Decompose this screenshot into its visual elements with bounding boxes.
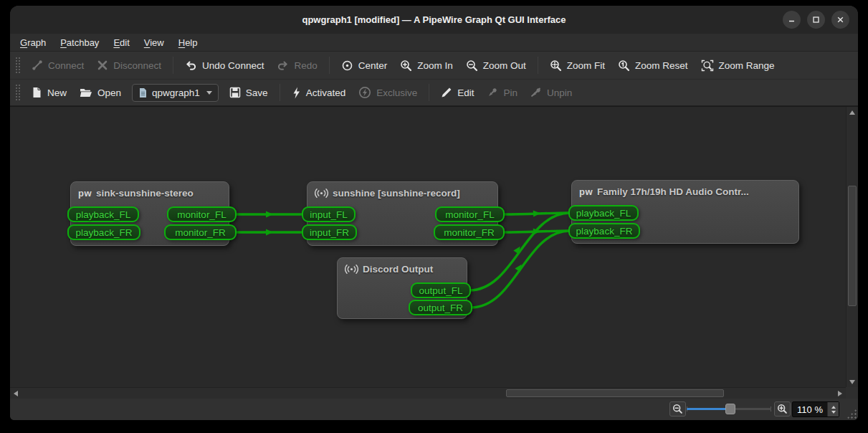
zoom-fit-button[interactable]: Zoom Fit [543, 55, 611, 75]
center-button[interactable]: Center [335, 55, 394, 75]
menu-edit[interactable]: Edit [106, 35, 136, 50]
menu-view[interactable]: View [137, 35, 171, 50]
connect-button[interactable]: Connect [25, 55, 90, 75]
new-file-icon [32, 87, 42, 98]
slider-handle[interactable] [725, 404, 735, 414]
connect-icon [32, 60, 43, 71]
vertical-scroll-thumb[interactable] [848, 186, 857, 306]
port-playback-fl[interactable]: playback_FL [568, 205, 639, 221]
menu-patchbay[interactable]: Patchbay [53, 35, 106, 50]
zoom-out-button[interactable]: Zoom Out [459, 55, 533, 75]
open-button[interactable]: Open [73, 82, 128, 103]
zoom-out-icon [672, 404, 683, 414]
scroll-down-button[interactable] [846, 376, 858, 388]
toolbar-separator [538, 57, 538, 74]
chevron-down-icon [206, 91, 212, 95]
redo-button[interactable]: Redo [270, 55, 323, 75]
pin-icon [487, 87, 498, 98]
zoom-range-button[interactable]: Zoom Range [695, 55, 781, 75]
maximize-button[interactable] [807, 11, 825, 29]
exclusive-button[interactable]: Exclusive [352, 82, 424, 103]
window-title: qpwgraph1 [modified] — A PipeWire Graph … [302, 14, 566, 25]
zoom-in-icon [777, 404, 788, 414]
vertical-scrollbar[interactable] [846, 107, 858, 388]
zoom-percent-spinbox[interactable]: 110 % [792, 401, 839, 417]
horizontal-scroll-thumb[interactable] [506, 389, 724, 397]
center-icon [341, 60, 353, 72]
unpin-button[interactable]: Unpin [524, 82, 578, 103]
scroll-up-button[interactable] [846, 107, 858, 118]
toolbar-separator [280, 84, 280, 101]
status-zoom-in-button[interactable] [774, 401, 791, 417]
pencil-icon [441, 87, 452, 98]
port-monitor-fl[interactable]: monitor_FL [167, 206, 237, 222]
scroll-left-button[interactable] [10, 388, 22, 399]
toolbar-drag-handle[interactable] [15, 57, 21, 74]
wires-layer [10, 107, 846, 388]
activated-bolt-icon [292, 87, 301, 99]
status-zoom-out-button[interactable] [669, 401, 686, 417]
file-toolbar: New Open qpwgraph1 Save Activated Exclus… [10, 80, 858, 106]
port-output-fl[interactable]: output_FL [411, 282, 471, 298]
activated-button[interactable]: Activated [285, 82, 353, 103]
port-playback-fr[interactable]: playback_FR [568, 223, 640, 239]
save-icon [229, 87, 241, 98]
main-toolbar: Connect Disconnect Undo Connect Redo Cen… [10, 52, 858, 80]
session-dropdown[interactable]: qpwgraph1 [132, 84, 219, 102]
disconnect-button[interactable]: Disconnect [90, 55, 168, 75]
spin-up-button[interactable] [831, 406, 836, 409]
graph-canvas-area: pw sink-sunshine-stereo sunshine [sunshi… [10, 106, 858, 399]
arrow-left-icon [14, 391, 18, 396]
port-playback-fr[interactable]: playback_FR [67, 224, 140, 240]
undo-icon [185, 60, 197, 71]
new-button[interactable]: New [25, 82, 73, 103]
horizontal-scrollbar[interactable] [10, 387, 846, 399]
maximize-icon [812, 16, 820, 24]
status-bar: 110 % [10, 399, 858, 420]
menu-graph[interactable]: Graph [13, 35, 53, 50]
zoom-reset-button[interactable]: Zoom Reset [611, 55, 695, 75]
toolbar-separator [429, 84, 429, 101]
resize-grip[interactable] [846, 409, 857, 419]
open-folder-icon [80, 87, 92, 98]
toolbar-separator [173, 57, 173, 74]
zoom-out-icon [466, 60, 478, 72]
menu-help[interactable]: Help [171, 35, 205, 50]
title-bar[interactable]: qpwgraph1 [modified] — A PipeWire Graph … [10, 6, 858, 34]
toolbar-drag-handle[interactable] [15, 84, 21, 101]
port-monitor-fr[interactable]: monitor_FR [434, 224, 505, 240]
session-file-icon [138, 87, 148, 98]
minimize-icon [788, 16, 796, 24]
pin-button[interactable]: Pin [480, 82, 524, 103]
scrollbar-corner [846, 387, 858, 399]
scroll-right-button[interactable] [834, 388, 846, 399]
graph-viewport[interactable]: pw sink-sunshine-stereo sunshine [sunshi… [10, 107, 846, 388]
port-input-fl[interactable]: input_FL [302, 206, 356, 222]
port-monitor-fr[interactable]: monitor_FR [164, 224, 237, 240]
zoom-percent-value: 110 % [793, 404, 827, 415]
window-controls [783, 11, 849, 29]
close-button[interactable] [831, 11, 849, 29]
zoom-reset-icon [618, 60, 630, 72]
arrow-up-icon [849, 110, 855, 115]
port-monitor-fl[interactable]: monitor_FL [435, 206, 505, 222]
arrow-right-icon [838, 391, 842, 396]
disconnect-icon [97, 60, 108, 71]
zoom-in-button[interactable]: Zoom In [394, 55, 459, 75]
close-icon [836, 16, 844, 24]
zoom-slider[interactable] [687, 401, 771, 417]
port-playback-fl[interactable]: playback_FL [67, 206, 139, 222]
spin-down-button[interactable] [831, 411, 836, 414]
edit-button[interactable]: Edit [434, 82, 480, 103]
slider-fill [687, 408, 730, 410]
undo-connect-button[interactable]: Undo Connect [178, 55, 270, 75]
arrow-down-icon [849, 380, 855, 384]
toolbar-separator [329, 57, 330, 74]
save-button[interactable]: Save [223, 82, 275, 103]
zoom-fit-icon [550, 60, 562, 72]
port-input-fr[interactable]: input_FR [302, 224, 357, 240]
zoom-in-icon [400, 60, 412, 72]
app-window: qpwgraph1 [modified] — A PipeWire Graph … [10, 6, 858, 420]
minimize-button[interactable] [783, 11, 801, 29]
port-output-fr[interactable]: output_FR [409, 300, 472, 315]
